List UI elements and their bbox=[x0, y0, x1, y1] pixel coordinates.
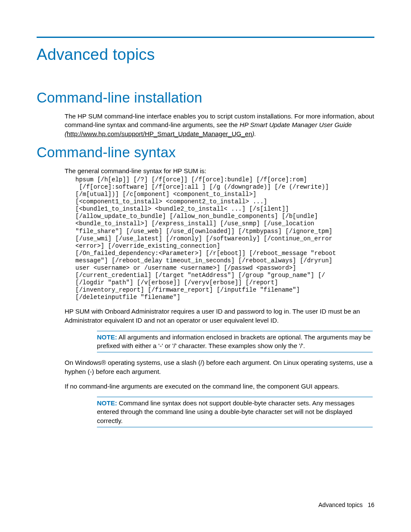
note-label-2: NOTE: bbox=[97, 399, 117, 407]
footer-label: Advanced topics bbox=[318, 501, 363, 508]
section1-body: The HP SUM command-line interface enable… bbox=[65, 112, 374, 138]
note-text-2: Command line syntax does not support dou… bbox=[97, 399, 355, 424]
page-content: Advanced topics Command-line installatio… bbox=[0, 0, 411, 455]
page-footer: Advanced topics 16 bbox=[318, 501, 374, 508]
section-heading-installation: Command-line installation bbox=[37, 90, 374, 106]
intro-paragraph: The HP SUM command-line interface enable… bbox=[65, 112, 374, 138]
os-paragraph: On Windows® operating systems, use a sla… bbox=[65, 358, 374, 376]
page-title: Advanced topics bbox=[37, 46, 374, 64]
gui-paragraph: If no command-line arguments are execute… bbox=[65, 382, 374, 391]
top-rule bbox=[37, 37, 374, 38]
manual-link[interactable]: http://www.hp.com/support/HP_Smart_Updat… bbox=[67, 130, 252, 137]
section2-body: The general command-line syntax for HP S… bbox=[65, 167, 374, 427]
note-1: NOTE: All arguments and information encl… bbox=[97, 333, 373, 351]
note-label-1: NOTE: bbox=[97, 333, 117, 341]
note-box-1: NOTE: All arguments and information encl… bbox=[97, 331, 373, 353]
admin-paragraph: HP SUM with Onboard Administrator requir… bbox=[65, 307, 374, 325]
section-heading-syntax: Command-line syntax bbox=[37, 144, 374, 161]
note-text-1: All arguments and information enclosed i… bbox=[97, 333, 371, 349]
syntax-lead: The general command-line syntax for HP S… bbox=[65, 167, 374, 175]
syntax-code: hpsum [/h[elp]] [/?] [/f[orce]] [/f[orce… bbox=[75, 176, 374, 301]
note-2: NOTE: Command line syntax does not suppo… bbox=[97, 399, 373, 425]
intro-close: ). bbox=[252, 130, 256, 137]
footer-page-number: 16 bbox=[367, 501, 374, 508]
note-box-2: NOTE: Command line syntax does not suppo… bbox=[97, 397, 373, 427]
